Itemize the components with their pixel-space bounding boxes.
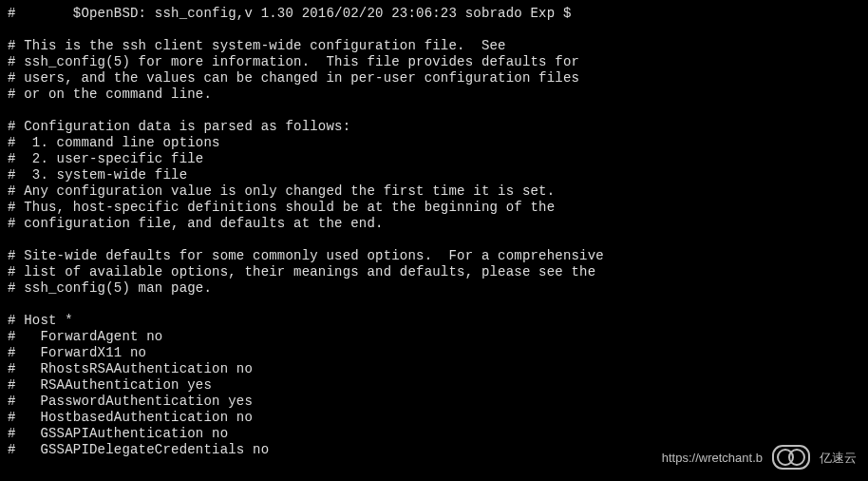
terminal-line: # RSAAuthentication yes <box>8 377 862 394</box>
terminal-line: # $OpenBSD: ssh_config,v 1.30 2016/02/20… <box>8 6 862 22</box>
terminal-line: # Site-wide defaults for some commonly u… <box>8 248 862 264</box>
watermark-brand: 亿速云 <box>820 450 857 466</box>
terminal-line: # This is the ssh client system-wide con… <box>8 38 862 54</box>
terminal-line: # ssh_config(5) for more information. Th… <box>8 54 862 70</box>
terminal-line <box>8 232 862 248</box>
terminal-line: # ForwardAgent no <box>8 329 862 345</box>
terminal-line: # Thus, host-specific definitions should… <box>8 200 862 216</box>
terminal-line: # HostbasedAuthentication no <box>8 410 862 426</box>
terminal-line: # GSSAPIAuthentication no <box>8 426 862 442</box>
terminal-line: # configuration file, and defaults at th… <box>8 216 862 232</box>
terminal-line: # 2. user-specific file <box>8 151 862 167</box>
watermark-url: https://wretchant.b <box>662 450 763 466</box>
terminal-line: # RhostsRSAAuthentication no <box>8 361 862 377</box>
terminal-line: # 3. system-wide file <box>8 167 862 183</box>
terminal-line <box>8 297 862 313</box>
terminal-line: # 1. command line options <box>8 135 862 151</box>
terminal-line: # Host * <box>8 313 862 329</box>
terminal-line <box>8 22 862 38</box>
terminal-viewport[interactable]: # $OpenBSD: ssh_config,v 1.30 2016/02/20… <box>8 6 862 458</box>
cloud-logo-icon <box>772 445 810 470</box>
terminal-line: # ForwardX11 no <box>8 345 862 361</box>
terminal-line: # list of available options, their meani… <box>8 264 862 280</box>
terminal-line: # PasswordAuthentication yes <box>8 394 862 410</box>
terminal-line: # Any configuration value is only change… <box>8 183 862 200</box>
terminal-line: # users, and the values can be changed i… <box>8 70 862 87</box>
terminal-line: # ssh_config(5) man page. <box>8 280 862 297</box>
terminal-line: # Configuration data is parsed as follow… <box>8 119 862 135</box>
watermark: https://wretchant.b 亿速云 <box>662 445 857 470</box>
terminal-line <box>8 103 862 119</box>
terminal-line: # or on the command line. <box>8 87 862 103</box>
